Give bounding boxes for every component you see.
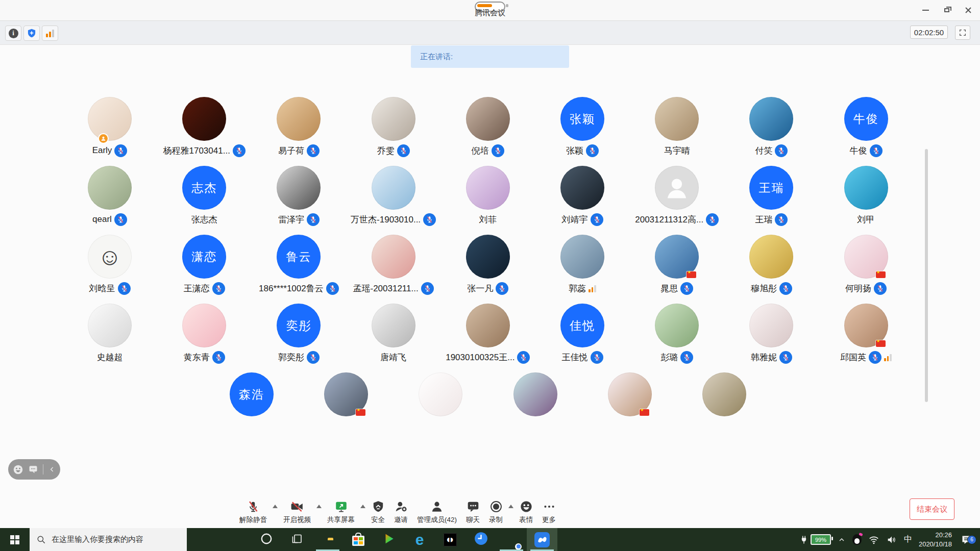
participant-tile[interactable]: 孟瑶-20031211... <box>348 235 439 295</box>
mic-muted-icon <box>397 144 410 157</box>
participant-tile[interactable]: 森浩 <box>206 372 298 416</box>
participant-name: 邱国英 <box>840 352 866 363</box>
hidden-icons-chevron[interactable] <box>838 536 846 544</box>
system-tray: 99% 中 20:26 2020/10/18 6 <box>799 528 980 551</box>
mic-muted-icon <box>212 351 225 364</box>
participant-tile[interactable]: 马宇晴 <box>631 97 723 157</box>
participant-tile[interactable]: 潇恋 王潇恋 <box>158 235 250 295</box>
start-button[interactable] <box>0 528 30 551</box>
participant-tile[interactable]: 杨程雅1703041... <box>158 97 250 157</box>
toolbar-item-security-shield[interactable]: 安全 <box>366 499 389 524</box>
participant-tile[interactable]: 黄东青 <box>158 304 250 364</box>
participant-name: 彭璐 <box>660 352 678 363</box>
participant-tile[interactable]: 刘甲 <box>820 166 912 226</box>
participant-tile[interactable]: 倪培 <box>442 97 534 157</box>
power-status[interactable]: 99% <box>799 534 831 545</box>
taskbar-clock[interactable]: 20:26 2020/10/18 <box>919 531 952 548</box>
ime-indicator[interactable]: 中 <box>904 534 912 545</box>
mic-muted-icon <box>591 213 603 226</box>
taskbar-app-store[interactable] <box>343 528 374 551</box>
participant-name-row: 唐靖飞 <box>380 350 406 364</box>
participant-tile[interactable] <box>489 372 581 416</box>
toolbar-item-invite[interactable]: 邀请 <box>389 499 412 524</box>
participant-tile[interactable] <box>300 372 392 416</box>
participant-tile[interactable]: 乔雯 <box>348 97 439 157</box>
participant-tile[interactable] <box>678 372 770 416</box>
participant-tile[interactable]: 奕彤 郭奕彤 <box>253 304 345 364</box>
toolbar-item-reactions[interactable]: 表情 <box>514 499 537 524</box>
taskbar-app-dolby[interactable] <box>435 528 465 551</box>
toolbar-item-camera-muted[interactable]: 开启视频 <box>279 499 315 524</box>
windows-logo-icon <box>10 535 19 544</box>
toolbar-item-members[interactable]: 管理成员(42) <box>412 499 461 524</box>
toolbar-item-chat[interactable]: 聊天 <box>461 499 484 524</box>
reactions-icon <box>520 499 533 513</box>
participant-tile[interactable]: 韩雅妮 <box>725 304 817 364</box>
security-shield-icon <box>372 499 385 513</box>
taskbar-app-cortana[interactable] <box>251 528 282 551</box>
taskbar-search[interactable]: 在这里输入你要搜索的内容 <box>30 528 187 551</box>
toolbar-item-more[interactable]: 更多 <box>537 499 560 524</box>
avatar-image-placeholder: ☺ <box>98 245 122 268</box>
taskbar-app-chrome[interactable] <box>496 528 527 551</box>
participant-tile[interactable]: 穆旭彤 <box>725 235 817 295</box>
tray-time: 20:26 <box>919 531 952 540</box>
participant-tile[interactable]: 张颖 张颖 <box>536 97 628 157</box>
participant-tile[interactable]: 牛俊 牛俊 <box>820 97 912 157</box>
mic-muted-icon <box>118 282 131 295</box>
message-icon[interactable] <box>28 464 38 474</box>
participant-tile[interactable]: 张一凡 <box>442 235 534 295</box>
participant-tile[interactable]: 万世杰-1903010... <box>348 166 439 226</box>
participant-tile[interactable]: 彭璐 <box>631 304 723 364</box>
taskbar-app-clock[interactable] <box>465 528 496 551</box>
participant-tile[interactable]: 易子荷 <box>253 97 345 157</box>
smiley-icon[interactable] <box>13 464 23 475</box>
share-screen-icon <box>334 499 348 513</box>
bottom-toolbar: 解除静音 开启视频 共享屏幕 安全 邀请 管理成员(42) 聊天 录制 表情 更… <box>0 496 980 528</box>
participant-tile[interactable]: 唐靖飞 <box>348 304 439 364</box>
taskbar-app-edge[interactable] <box>404 528 435 551</box>
taskbar-app-taskview[interactable] <box>282 528 312 551</box>
participant-tile[interactable] <box>395 372 486 416</box>
collapse-chevron-icon[interactable] <box>48 465 56 473</box>
participant-tile[interactable]: 志杰 张志杰 <box>158 166 250 226</box>
participant-tile[interactable]: 晁思 <box>631 235 723 295</box>
participant-tile[interactable]: 王瑞 王瑞 <box>725 166 817 226</box>
flag-badge <box>687 271 696 278</box>
participant-tile[interactable]: 付笑 <box>725 97 817 157</box>
participant-avatar <box>182 304 226 347</box>
volume-icon[interactable] <box>886 534 897 545</box>
participant-tile[interactable]: qearl <box>64 166 156 226</box>
taskbar-app-meeting[interactable] <box>527 528 557 551</box>
toolbar-item-share-screen[interactable]: 共享屏幕 <box>323 499 359 524</box>
participant-tile[interactable] <box>584 372 676 416</box>
grid-scrollbar[interactable] <box>925 149 928 402</box>
end-meeting-button[interactable]: 结束会议 <box>910 498 954 520</box>
participant-tile[interactable]: ☺ 刘晗呈 <box>64 235 156 295</box>
participant-tile[interactable]: 佳悦 王佳悦 <box>536 304 628 364</box>
participant-tile[interactable]: 鲁云 186****1002鲁云 <box>253 235 345 295</box>
notification-center-icon[interactable]: 6 <box>959 534 975 546</box>
toolbar-item-record[interactable]: 录制 <box>484 499 507 524</box>
participant-tile[interactable]: 刘靖宇 <box>536 166 628 226</box>
participant-name-row: 张一凡 <box>467 282 508 295</box>
qq-tray-icon[interactable] <box>852 534 862 545</box>
wifi-icon[interactable] <box>868 534 879 545</box>
participant-tile[interactable]: 何明扬 <box>820 235 912 295</box>
participant-tile[interactable]: 19030100325王... <box>442 304 534 364</box>
taskbar-app-tvideo[interactable] <box>374 528 404 551</box>
participant-tile[interactable]: 刘菲 <box>442 166 534 226</box>
participant-tile[interactable]: 郭蕊 <box>536 235 628 295</box>
participant-tile[interactable]: 史越超 <box>64 304 156 364</box>
participant-tile[interactable]: 邱国英 <box>820 304 912 364</box>
mic-muted-icon <box>779 282 792 295</box>
participant-avatar <box>655 235 699 279</box>
participant-avatar <box>513 372 557 416</box>
toolbar-item-mic-muted[interactable]: 解除静音 <box>235 499 272 524</box>
mic-muted-icon <box>247 499 260 513</box>
participant-tile[interactable]: Early <box>64 97 156 157</box>
participant-tile[interactable]: 20031211312高... <box>631 166 723 226</box>
taskbar-app-explorer[interactable] <box>312 528 343 551</box>
participant-tile[interactable]: 雷泽宇 <box>253 166 345 226</box>
participant-avatar <box>372 97 415 141</box>
